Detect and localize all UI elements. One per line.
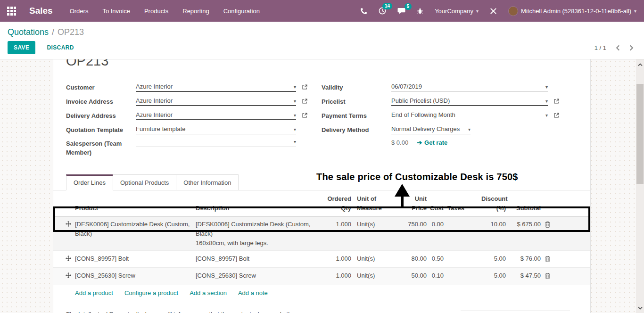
field-label-salesperson: Salesperson (Team Member) bbox=[66, 139, 136, 157]
trash-icon[interactable] bbox=[545, 272, 551, 279]
chevron-left-icon[interactable] bbox=[616, 45, 620, 51]
app-name[interactable]: Sales bbox=[29, 6, 53, 16]
cell-uom[interactable]: Unit(s) bbox=[351, 271, 396, 280]
chevron-right-icon[interactable] bbox=[629, 45, 634, 51]
payment-terms-input[interactable]: End of Following Month ▾ bbox=[391, 111, 548, 120]
menu-configuration[interactable]: Configuration bbox=[223, 8, 260, 15]
company-switcher[interactable]: YourCompany ▾ bbox=[435, 8, 479, 15]
pager-value[interactable]: 1 / 1 bbox=[594, 44, 606, 51]
customer-input[interactable]: Azure Interior ▾ bbox=[136, 83, 296, 92]
field-delivery-address: Delivery Address Azure Interior ▾ bbox=[66, 111, 311, 121]
external-link-icon[interactable] bbox=[302, 112, 308, 118]
cell-product[interactable]: [CONS_25630] Screw bbox=[75, 271, 196, 280]
user-menu[interactable]: Mitchell Admin (528361-12-0-11e8b6-all) … bbox=[508, 6, 636, 16]
chevron-down-icon[interactable]: ▾ bbox=[545, 99, 548, 104]
chevron-down-icon[interactable]: ▾ bbox=[294, 139, 296, 144]
cell-discount[interactable]: 10.00 bbox=[481, 220, 506, 229]
chevron-down-icon[interactable]: ▾ bbox=[468, 127, 471, 132]
external-link-icon[interactable] bbox=[302, 84, 308, 90]
cell-unit-price[interactable]: 80.00 bbox=[396, 254, 427, 264]
salesperson-input[interactable]: ▾ bbox=[136, 139, 296, 147]
company-name: YourCompany bbox=[435, 8, 473, 15]
quotation-template-input[interactable]: Furniture template ▾ bbox=[136, 125, 296, 134]
totals-divider bbox=[461, 311, 570, 311]
get-rate-button[interactable]: ➔Get rate bbox=[417, 139, 447, 146]
messages-button[interactable]: 5 bbox=[397, 8, 405, 15]
delivery-method-input[interactable]: Normal Delivery Charges ▾ bbox=[391, 125, 471, 134]
cell-discount[interactable]: 5.00 bbox=[481, 254, 506, 264]
cell-cost[interactable]: 0.10 bbox=[427, 271, 444, 280]
cell-cost[interactable]: 0.00 bbox=[427, 220, 444, 229]
delivery-address-input[interactable]: Azure Interior ▾ bbox=[136, 111, 296, 120]
external-link-icon[interactable] bbox=[553, 98, 560, 104]
quotation-title: OP213 bbox=[66, 59, 590, 69]
breadcrumb-quotations[interactable]: Quotations bbox=[8, 27, 49, 37]
tab-other-information[interactable]: Other Information bbox=[176, 174, 239, 190]
chevron-down-icon[interactable]: ▾ bbox=[294, 113, 296, 118]
header-unit-of-measure: Unit ofMeasure bbox=[351, 194, 396, 213]
cell-cost[interactable]: 0.50 bbox=[427, 254, 444, 264]
chevron-down-icon[interactable]: ▾ bbox=[294, 84, 296, 90]
cell-description[interactable]: [CONS_89957] Bolt bbox=[196, 254, 319, 264]
tools-icon[interactable] bbox=[490, 8, 497, 15]
cell-description[interactable]: [DESK0006] Customizable Desk (Custom, Bl… bbox=[196, 220, 319, 248]
add-a-product-link[interactable]: Add a product bbox=[75, 289, 113, 297]
chevron-down-icon[interactable] bbox=[636, 304, 644, 312]
cell-subtotal[interactable]: $ 675.00 bbox=[506, 220, 541, 229]
tab-order-lines[interactable]: Order Lines bbox=[66, 174, 113, 190]
field-validity: Validity 06/07/2019 ▾ bbox=[322, 83, 586, 92]
cell-unit-price[interactable]: 750.00 bbox=[396, 220, 427, 229]
menu-to-invoice[interactable]: To Invoice bbox=[102, 8, 130, 15]
invoice-address-input[interactable]: Azure Interior ▾ bbox=[136, 97, 296, 106]
trash-icon[interactable] bbox=[545, 221, 551, 228]
field-label-quotation-template: Quotation Template bbox=[66, 125, 136, 135]
trash-icon[interactable] bbox=[545, 255, 551, 262]
cell-unit-price[interactable]: 50.00 bbox=[396, 271, 427, 280]
discard-button[interactable]: DISCARD bbox=[45, 41, 75, 54]
pricelist-input[interactable]: Public Pricelist (USD) ▾ bbox=[391, 97, 548, 106]
cell-ordered-qty[interactable]: 1.000 bbox=[319, 220, 351, 229]
menu-products[interactable]: Products bbox=[144, 8, 168, 15]
vertical-scrollbar[interactable] bbox=[636, 59, 644, 313]
chevron-down-icon[interactable]: ▾ bbox=[545, 84, 548, 90]
cell-uom[interactable]: Unit(s) bbox=[351, 220, 396, 229]
validity-input[interactable]: 06/07/2019 ▾ bbox=[391, 83, 548, 92]
apps-menu-button[interactable] bbox=[0, 0, 23, 22]
chevron-down-icon[interactable]: ▾ bbox=[545, 113, 548, 118]
form-view-area: OP213 Customer Azure Interior ▾ Invoice … bbox=[0, 59, 644, 313]
save-button[interactable]: SAVE bbox=[8, 41, 35, 54]
bug-icon[interactable] bbox=[417, 8, 423, 15]
external-link-icon[interactable] bbox=[302, 98, 308, 104]
cell-subtotal[interactable]: $ 47.50 bbox=[506, 271, 541, 280]
line-actions: Add a product Configure a product Add a … bbox=[53, 285, 590, 302]
table-row: [CONS_89957] Bolt [CONS_89957] Bolt 1.00… bbox=[53, 250, 590, 268]
cell-discount[interactable]: 5.00 bbox=[481, 271, 506, 280]
scrollbar-thumb[interactable] bbox=[636, 84, 644, 184]
menu-reporting[interactable]: Reporting bbox=[182, 8, 209, 15]
menu-orders[interactable]: Orders bbox=[70, 8, 89, 15]
cell-product[interactable]: [CONS_89957] Bolt bbox=[75, 254, 196, 264]
configure-a-product-link[interactable]: Configure a product bbox=[124, 289, 178, 297]
chevron-down-icon[interactable]: ▾ bbox=[294, 99, 296, 104]
add-a-section-link[interactable]: Add a section bbox=[190, 289, 227, 297]
cell-product[interactable]: [DESK0006] Customizable Desk (Custom, Bl… bbox=[75, 220, 196, 238]
phone-icon[interactable] bbox=[360, 8, 367, 15]
drag-handle-icon[interactable] bbox=[66, 221, 71, 227]
drag-handle-icon[interactable] bbox=[66, 272, 71, 278]
field-delivery-method: Delivery Method Normal Delivery Charges … bbox=[322, 125, 586, 135]
tab-optional-products[interactable]: Optional Products bbox=[113, 174, 176, 190]
chevron-down-icon[interactable]: ▾ bbox=[294, 127, 296, 132]
header-unit-price: UnitPrice bbox=[396, 194, 427, 213]
drag-handle-icon[interactable] bbox=[66, 255, 71, 261]
cell-subtotal[interactable]: $ 76.00 bbox=[506, 254, 541, 264]
activities-button[interactable]: 14 bbox=[379, 7, 386, 15]
chevron-up-icon[interactable] bbox=[636, 61, 644, 68]
control-panel: Quotations/OP213 SAVE DISCARD 1 / 1 bbox=[0, 22, 644, 59]
cell-uom[interactable]: Unit(s) bbox=[351, 254, 396, 264]
add-a-note-link[interactable]: Add a note bbox=[238, 289, 268, 297]
chevron-down-icon: ▾ bbox=[634, 8, 636, 14]
external-link-icon[interactable] bbox=[553, 112, 560, 118]
cell-ordered-qty[interactable]: 1.000 bbox=[319, 271, 351, 280]
cell-ordered-qty[interactable]: 1.000 bbox=[319, 254, 351, 264]
cell-description[interactable]: [CONS_25630] Screw bbox=[196, 271, 319, 280]
